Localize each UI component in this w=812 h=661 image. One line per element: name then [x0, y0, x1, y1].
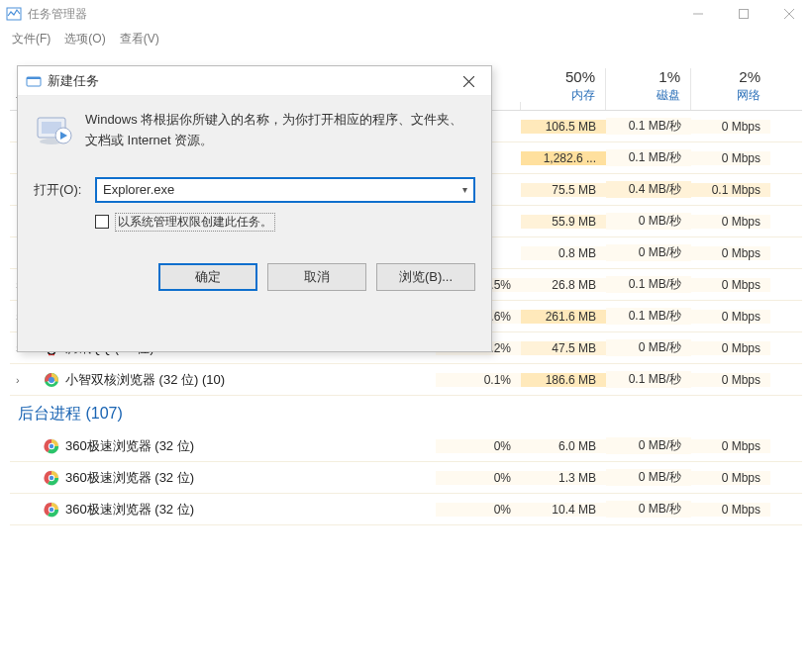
process-name: 360极速浏览器 (32 位) [65, 501, 194, 519]
memory-cell: 1,282.6 ... [521, 151, 606, 165]
cpu-cell: 0% [436, 471, 521, 485]
menu-options[interactable]: 选项(O) [64, 31, 105, 47]
admin-checkbox[interactable] [95, 215, 109, 229]
browse-button[interactable]: 浏览(B)... [376, 263, 475, 291]
open-label: 打开(O): [34, 181, 87, 199]
menu-bar: 文件(F) 选项(O) 查看(V) [0, 28, 812, 49]
network-cell: 0 Mbps [691, 278, 770, 292]
table-row[interactable]: 360极速浏览器 (32 位)0%1.3 MB0 MB/秒0 Mbps [10, 462, 802, 494]
open-value: Explorer.exe [103, 182, 462, 197]
disk-cell: 0 MB/秒 [606, 244, 691, 261]
expand-chevron-icon[interactable]: › [16, 374, 30, 386]
memory-cell: 10.4 MB [521, 503, 606, 517]
network-cell: 0.1 Mbps [691, 183, 770, 197]
svg-point-19 [50, 443, 53, 447]
disk-cell: 0.4 MB/秒 [606, 181, 691, 198]
run-big-icon [34, 110, 73, 149]
background-section: 360极速浏览器 (32 位)0%6.0 MB0 MB/秒0 Mbps360极速… [10, 430, 802, 525]
dialog-body: Windows 将根据你所键入的名称，为你打开相应的程序、文件夹、文档或 Int… [18, 96, 491, 303]
close-button[interactable] [766, 0, 812, 28]
col-disk[interactable]: 1% 磁盘 [606, 68, 691, 110]
memory-cell: 186.6 MB [521, 373, 606, 387]
svg-point-16 [49, 377, 54, 383]
process-name: 小智双核浏览器 (32 位) (10) [65, 371, 225, 389]
memory-cell: 106.5 MB [521, 120, 606, 134]
memory-cell: 55.9 MB [521, 215, 606, 229]
dialog-title-bar[interactable]: 新建任务 [18, 66, 491, 96]
svg-rect-13 [52, 354, 55, 355]
360-icon [44, 438, 59, 454]
col-network[interactable]: 2% 网络 [691, 68, 770, 110]
disk-cell: 0.1 MB/秒 [606, 118, 691, 135]
svg-rect-27 [27, 77, 41, 79]
browser-icon [44, 372, 59, 388]
memory-cell: 1.3 MB [521, 471, 606, 485]
name-cell: ›小智双核浏览器 (32 位) (10) [10, 371, 436, 389]
network-cell: 0 Mbps [691, 439, 770, 453]
run-icon [26, 73, 42, 89]
disk-cell: 0 MB/秒 [606, 213, 691, 230]
window-controls [675, 0, 812, 28]
table-row[interactable]: 360极速浏览器 (32 位)0%6.0 MB0 MB/秒0 Mbps [10, 430, 802, 462]
minimize-button[interactable] [675, 0, 721, 28]
memory-cell: 75.5 MB [521, 183, 606, 197]
svg-rect-2 [740, 10, 749, 19]
open-combobox[interactable]: Explorer.exe ▾ [95, 177, 475, 203]
menu-file[interactable]: 文件(F) [12, 31, 51, 47]
network-cell: 0 Mbps [691, 151, 770, 165]
network-cell: 0 Mbps [691, 471, 770, 485]
network-cell: 0 Mbps [691, 310, 770, 324]
disk-cell: 0.1 MB/秒 [606, 276, 691, 293]
table-row[interactable]: ›小智双核浏览器 (32 位) (10)0.1%186.6 MB0.1 MB/秒… [10, 364, 802, 396]
disk-cell: 0 MB/秒 [606, 437, 691, 454]
ok-button[interactable]: 确定 [158, 263, 257, 291]
table-row[interactable]: 360极速浏览器 (32 位)0%10.4 MB0 MB/秒0 Mbps [10, 494, 802, 525]
disk-cell: 0.1 MB/秒 [606, 371, 691, 388]
svg-point-25 [50, 507, 53, 511]
background-group-title[interactable]: 后台进程 (107) [10, 396, 802, 430]
360-icon [44, 470, 59, 486]
cpu-cell: 0% [436, 503, 521, 517]
chevron-down-icon[interactable]: ▾ [462, 184, 467, 195]
cpu-cell: 0.1% [436, 373, 521, 387]
col-memory[interactable]: 50% 内存 [521, 68, 606, 110]
360-icon [44, 502, 59, 518]
dialog-title: 新建任务 [48, 72, 99, 90]
memory-cell: 261.6 MB [521, 310, 606, 324]
window-title: 任务管理器 [28, 6, 87, 23]
network-cell: 0 Mbps [691, 215, 770, 229]
network-cell: 0 Mbps [691, 246, 770, 260]
disk-cell: 0.1 MB/秒 [606, 149, 691, 166]
name-cell: 360极速浏览器 (32 位) [10, 469, 436, 487]
new-task-dialog: 新建任务 Windows 将根据你所键入的名称，为你打开相应的程序、文件夹、文档… [17, 65, 492, 352]
cpu-cell: 0% [436, 439, 521, 453]
memory-cell: 26.8 MB [521, 278, 606, 292]
memory-cell: 6.0 MB [521, 439, 606, 453]
disk-cell: 0 MB/秒 [606, 501, 691, 518]
disk-cell: 0 MB/秒 [606, 339, 691, 356]
admin-checkbox-label[interactable]: 以系统管理权限创建此任务。 [115, 213, 275, 232]
menu-view[interactable]: 查看(V) [120, 31, 159, 47]
network-cell: 0 Mbps [691, 373, 770, 387]
memory-cell: 47.5 MB [521, 341, 606, 355]
network-cell: 0 Mbps [691, 503, 770, 517]
network-cell: 0 Mbps [691, 341, 770, 355]
network-cell: 0 Mbps [691, 120, 770, 134]
memory-cell: 0.8 MB [521, 246, 606, 260]
svg-point-22 [50, 475, 53, 479]
cancel-button[interactable]: 取消 [267, 263, 366, 291]
dialog-close-button[interactable] [446, 66, 491, 96]
process-name: 360极速浏览器 (32 位) [65, 469, 194, 487]
taskmgr-icon [6, 6, 22, 22]
name-cell: 360极速浏览器 (32 位) [10, 501, 436, 519]
process-name: 360极速浏览器 (32 位) [65, 437, 194, 455]
title-bar[interactable]: 任务管理器 [0, 0, 812, 28]
maximize-button[interactable] [721, 0, 766, 28]
name-cell: 360极速浏览器 (32 位) [10, 437, 436, 455]
disk-cell: 0 MB/秒 [606, 469, 691, 486]
svg-rect-12 [49, 354, 51, 355]
disk-cell: 0.1 MB/秒 [606, 308, 691, 325]
dialog-message: Windows 将根据你所键入的名称，为你打开相应的程序、文件夹、文档或 Int… [85, 110, 475, 151]
